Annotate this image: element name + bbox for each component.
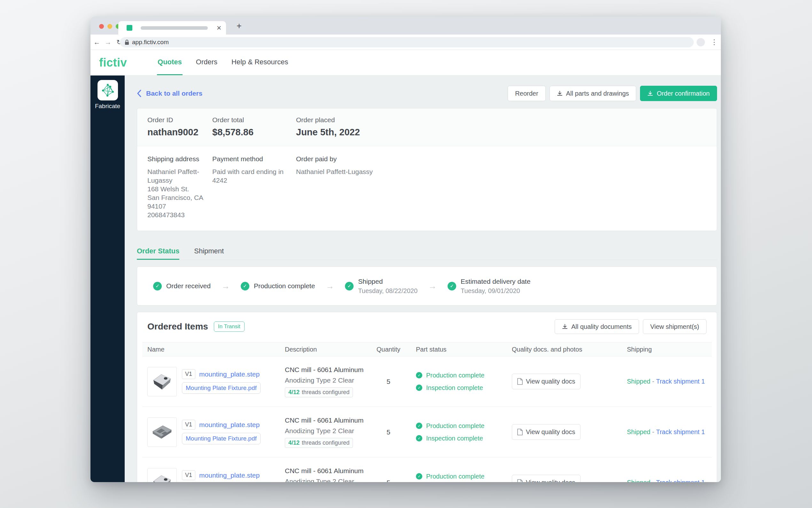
drawing-pdf-link[interactable]: Mounting Plate Fixture.pdf xyxy=(182,382,260,394)
download-icon xyxy=(562,324,568,330)
track-shipment-link[interactable]: Track shipment 1 xyxy=(656,378,705,385)
window-controls xyxy=(99,24,121,29)
lock-icon xyxy=(125,39,129,45)
order-total-label: Order total xyxy=(212,116,296,124)
order-placed-label: Order placed xyxy=(296,116,717,124)
fictiv-favicon-icon xyxy=(127,25,132,31)
order-summary-card: Order ID nathan9002 Order total $8,578.8… xyxy=(137,108,717,231)
tab-close-icon[interactable]: ✕ xyxy=(217,24,222,32)
check-circle-icon: ✓ xyxy=(416,423,422,429)
shipping-status: Shipped xyxy=(627,428,650,435)
part-finish: Anodizing Type 2 Clear xyxy=(285,427,366,435)
check-circle-icon: ✓ xyxy=(153,282,162,291)
drawing-pdf-link[interactable]: Mounting Plate Fixture.pdf xyxy=(182,433,260,444)
column-header-description: Description xyxy=(280,346,366,353)
order-placed-value: June 5th, 2022 xyxy=(296,127,717,137)
table-row: V1 mounting_plate.step Mounting Plate Fi… xyxy=(142,458,712,482)
all-parts-and-drawings-button[interactable]: All parts and drawings xyxy=(550,86,636,101)
back-to-all-orders-link[interactable]: Back to all orders xyxy=(137,90,202,97)
minimize-window-button[interactable] xyxy=(107,24,112,29)
browser-menu-icon[interactable]: ⋮ xyxy=(709,37,719,48)
part-thumbnail xyxy=(147,418,177,447)
main-content: Back to all orders Reorder All parts and… xyxy=(125,76,721,482)
browser-window: ✕ + ← → ↻ app.fictiv.com ⋮ fictiv Quotes… xyxy=(91,17,721,482)
arrow-right-icon: → xyxy=(326,281,334,291)
nav-help-resources[interactable]: Help & Resources xyxy=(231,50,289,75)
nav-orders[interactable]: Orders xyxy=(195,50,218,75)
browser-tab[interactable]: ✕ xyxy=(118,21,226,35)
order-confirmation-button[interactable]: Order confirmation xyxy=(640,86,717,101)
browser-toolbar: ← → ↻ app.fictiv.com ⋮ xyxy=(91,35,721,50)
shipping-cell: Shipped - Track shipment 1 xyxy=(622,428,712,436)
part-thumbnail xyxy=(147,468,177,482)
arrow-right-icon: → xyxy=(428,281,437,291)
column-header-quantity: Quantity xyxy=(366,346,411,353)
app-header: fictiv Quotes Orders Help & Resources xyxy=(91,50,721,76)
payment-method-block: Payment method Paid with card ending in … xyxy=(212,155,296,219)
threads-configured-badge: 4/12 threads configured xyxy=(285,387,353,397)
app-sidebar: Fabricate xyxy=(91,76,125,482)
part-finish: Anodizing Type 2 Clear xyxy=(285,377,366,384)
table-row: V1 mounting_plate.step Mounting Plate Fi… xyxy=(142,356,712,407)
order-total-value: $8,578.86 xyxy=(212,127,296,137)
back-icon[interactable]: ← xyxy=(92,38,102,46)
quantity-value: 5 xyxy=(366,479,411,482)
column-header-name: Name xyxy=(142,346,280,353)
tab-order-status[interactable]: Order Status xyxy=(137,247,179,260)
column-header-part-status: Part status xyxy=(411,346,507,353)
address-bar[interactable]: app.fictiv.com xyxy=(120,37,694,47)
reorder-button[interactable]: Reorder xyxy=(508,86,545,101)
sidebar-item-label: Fabricate xyxy=(91,103,125,110)
track-shipment-link[interactable]: Track shipment 1 xyxy=(656,428,705,435)
view-quality-docs-button[interactable]: View quality docs xyxy=(512,374,580,389)
order-id-label: Order ID xyxy=(147,116,212,124)
part-file-link[interactable]: mounting_plate.step xyxy=(199,471,259,479)
part-file-link[interactable]: mounting_plate.step xyxy=(199,421,259,429)
ordered-items-card: Ordered Items In Transit All quality doc… xyxy=(137,312,717,482)
check-circle-icon: ✓ xyxy=(416,473,422,479)
view-quality-docs-button[interactable]: View quality docs xyxy=(512,424,580,440)
ordered-items-title: Ordered Items xyxy=(147,322,208,332)
tab-shipment[interactable]: Shipment xyxy=(194,247,224,260)
status-production: Production complete xyxy=(426,422,484,430)
part-file-link[interactable]: mounting_plate.step xyxy=(199,371,259,378)
shipping-cell: Shipped - Track shipment 1 xyxy=(622,378,712,385)
check-circle-icon: ✓ xyxy=(416,372,422,378)
main-nav: Quotes Orders Help & Resources xyxy=(157,50,289,75)
fabricate-wireframe-icon xyxy=(101,83,115,97)
nav-quotes[interactable]: Quotes xyxy=(157,50,183,75)
quantity-value: 5 xyxy=(366,378,411,385)
shipping-cell: Shipped - Track shipment 1 xyxy=(622,479,712,482)
profile-avatar[interactable] xyxy=(697,38,705,46)
status-production: Production complete xyxy=(426,372,484,379)
part-thumbnail xyxy=(147,367,177,396)
chevron-left-icon xyxy=(137,90,141,97)
document-icon xyxy=(517,479,523,482)
document-icon xyxy=(517,378,523,385)
all-quality-documents-button[interactable]: All quality documents xyxy=(555,319,639,334)
view-quality-docs-button[interactable]: View quality docs xyxy=(512,475,580,482)
new-tab-button[interactable]: + xyxy=(234,20,245,31)
table-row: V1 mounting_plate.step Mounting Plate Fi… xyxy=(142,407,712,458)
quantity-value: 5 xyxy=(366,428,411,436)
part-process: CNC mill - 6061 Aluminum xyxy=(285,366,366,374)
part-process: CNC mill - 6061 Aluminum xyxy=(285,467,366,475)
close-window-button[interactable] xyxy=(99,24,104,29)
threads-configured-badge: 4/12 threads configured xyxy=(285,438,353,448)
check-circle-icon: ✓ xyxy=(416,435,422,441)
status-inspection: Inspection complete xyxy=(426,435,483,442)
shipping-status: Shipped xyxy=(627,378,650,385)
timeline-step-shipped: ✓ Shipped Tuesday, 08/22/2020 xyxy=(345,278,418,295)
forward-icon[interactable]: → xyxy=(103,38,113,46)
fictiv-logo[interactable]: fictiv xyxy=(99,56,127,70)
part-process: CNC mill - 6061 Aluminum xyxy=(285,417,366,424)
view-shipments-button[interactable]: View shipment(s) xyxy=(643,319,707,334)
tab-title-placeholder xyxy=(141,26,208,30)
sidebar-item-fabricate[interactable] xyxy=(97,80,118,100)
part-finish: Anodizing Type 2 Clear xyxy=(285,478,366,482)
order-status-timeline: ✓ Order received → ✓ Production complete… xyxy=(137,266,717,305)
check-circle-icon: ✓ xyxy=(241,282,249,291)
timeline-step-production-complete: ✓ Production complete xyxy=(241,282,315,291)
url-text: app.fictiv.com xyxy=(132,39,169,46)
track-shipment-link[interactable]: Track shipment 1 xyxy=(656,479,705,482)
